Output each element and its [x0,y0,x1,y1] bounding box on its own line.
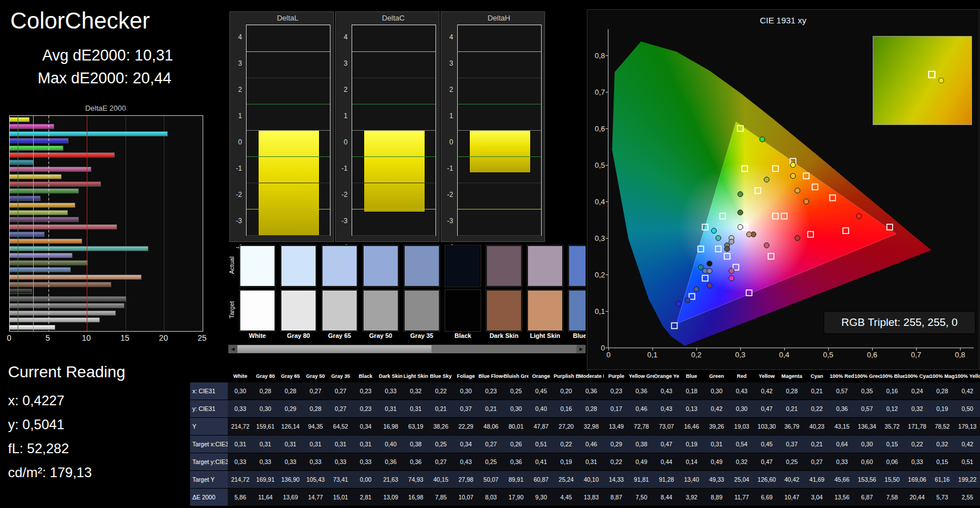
axis-tick-label: 0,8 [595,51,605,60]
swatch-label: Gray 35 [401,332,442,339]
table-cell: 0,17 [604,400,629,418]
table-cell: 169,91 [253,471,278,489]
scroll-left-icon[interactable]: ◀ [228,345,237,353]
axis-tick [606,55,608,56]
table-cell: 0,57 [854,400,880,418]
gridline [164,116,164,331]
deltae-bar [10,211,67,215]
table-cell: 19,03 [729,418,754,436]
table-cell: 0,45 [754,436,779,453]
deltae-bar [10,268,70,272]
cie-measured-marker [729,268,734,273]
cie-measured-marker [698,265,703,270]
swatch-target [363,290,398,331]
axis-tick-label: 0,5 [823,350,833,359]
cie-measured-marker [795,236,800,241]
axis-tick-label: 1 [238,112,242,120]
table-cell: 171,78 [905,418,930,436]
table-cell: 0,15 [930,453,955,471]
column-header: Gray 50 [303,370,328,382]
deltae-bar [10,253,72,257]
swatch-strip: Actual Target WhiteGray 80Gray 65Gray 50… [228,242,586,356]
axis-tick-label: 0,2 [595,271,605,279]
reading-cdm2: cd/m²: 179,13 [8,465,92,481]
deltaC-plot [352,25,436,236]
column-header: Gray 80 [253,370,278,382]
inset-measured-marker [938,78,944,83]
table-cell: 16,98 [404,489,429,506]
swatch-target [568,290,586,331]
table-cell: 0,33 [353,453,378,471]
axis-tick-label: 0,5 [595,161,605,170]
table-cell: 45,66 [829,471,854,489]
axis-tick-label: 0,1 [595,307,605,316]
table-cell: 10,07 [453,489,478,506]
table-cell: 6,87 [854,489,880,506]
gridline [247,130,330,131]
cie-measured-marker [738,224,743,229]
table-cell: 8,89 [704,489,729,506]
table-cell: 0,25 [428,436,453,453]
reading-y: y: 0,5041 [8,417,64,433]
table-cell: 199,22 [955,471,980,489]
axis-tick-label: 3 [238,59,242,67]
swatch-scrollbar[interactable]: ◀ ▶ [228,345,586,353]
table-row: x: CIE310,300,280,280,270,270,230,330,32… [190,382,980,400]
table-cell: 0,23 [353,382,378,400]
axis-tick-label: 0 [344,138,348,146]
table-cell: 0,21 [478,400,503,418]
table-cell: 0,33 [829,453,854,471]
axis-tick-label: -2 [447,191,453,199]
avg-de2000: Avg dE2000: 10,31 [42,47,173,64]
table-cell: 0,49 [704,453,729,471]
column-header: Blue [679,370,704,382]
axis-tick [606,201,608,202]
deltae-bar [10,297,126,301]
table-cell: 74,93 [404,471,429,489]
axis-tick-label: 0,3 [595,234,605,243]
cie-measured-marker [707,283,712,288]
cie-measured-marker [707,261,712,266]
table-cell: 0,28 [930,382,955,400]
axis-tick-label: 4 [449,33,453,41]
table-cell: 0,36 [503,453,529,471]
deltae-chart-title: DeltaE 2000 [7,104,204,112]
table-cell: 27,98 [453,471,478,489]
table-cell: 25,04 [729,471,754,489]
axis-tick-label: 15 [120,333,130,342]
column-header: Red [729,370,754,382]
column-header: Blue Flower [478,370,503,382]
table-cell: 0,46 [579,436,604,453]
axis-tick-label: 0,7 [595,88,605,96]
cie-target-marker [830,195,836,201]
table-cell: 179,13 [955,418,980,436]
swatch-actual [568,245,586,287]
table-cell: 21,63 [378,471,404,489]
table-cell: 49,33 [704,471,729,489]
table-cell: 11,64 [253,489,278,506]
scroll-right-icon[interactable]: ▶ [576,345,586,353]
swatch-target [527,290,563,331]
table-cell: 0,31 [253,436,278,453]
table-cell: 41,69 [804,471,829,489]
scrollbar-thumb[interactable] [237,345,431,353]
table-cell: 72,78 [629,418,654,436]
swatch-label: Light Skin [525,332,566,339]
table-row: Target y:CIE310,330,330,330,330,330,330,… [190,453,980,471]
axis-tick [916,348,917,350]
table-cell: 0,29 [278,400,303,418]
table-cell: 0,30 [253,400,278,418]
deltae-bar [10,275,141,279]
table-cell: 0,31 [228,436,253,453]
gridline [458,104,541,104]
deltae-bar [10,196,40,200]
actual-row-label: Actual [228,245,237,285]
table-cell: 0,16 [554,400,579,418]
axis-tick [828,348,829,350]
axis-tick-label: 3 [449,59,453,67]
table-cell: 0,36 [404,453,429,471]
gridline [352,130,435,131]
gridline [247,235,330,236]
table-cell: 0,49 [629,453,654,471]
cie-measured-marker [685,297,690,303]
